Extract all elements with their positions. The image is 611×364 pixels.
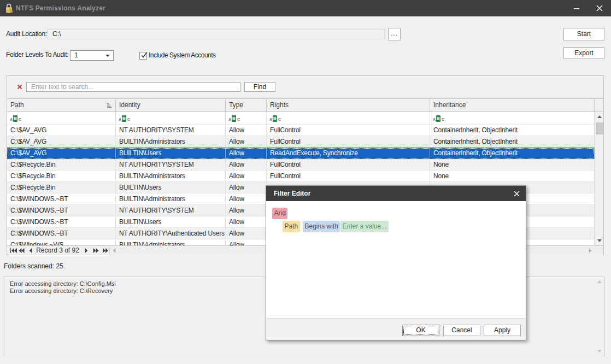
abc-filter-icon: ABC (10, 115, 22, 122)
browse-button[interactable]: ... (388, 28, 401, 40)
dialog-title-bar: Filter Editor (266, 186, 526, 201)
close-button[interactable] (590, 0, 609, 16)
grid-header-row: Path Identity Type Rights Inheritance (7, 98, 603, 112)
column-header-rights[interactable]: Rights (267, 99, 430, 111)
folder-levels-label: Folder Levels To Audit: (6, 51, 68, 59)
table-row[interactable]: C:\$Recycle.Bin BUILTIN\Administrators A… (7, 171, 595, 182)
scrollbar-thumb[interactable] (596, 122, 603, 134)
table-row[interactable]: C:\$AV_AVG BUILTIN\Administrators Allow … (7, 136, 595, 148)
log-scroll-up-icon[interactable] (597, 280, 602, 283)
filter-cell-inheritance[interactable]: ABC (430, 112, 595, 124)
filter-group-operator[interactable]: And (272, 208, 287, 219)
minimize-button[interactable] (567, 0, 586, 16)
log-scroll-down-icon[interactable] (597, 350, 602, 353)
column-header-type[interactable]: Type (226, 99, 267, 111)
folder-levels-value: 1 (74, 51, 78, 60)
start-button[interactable]: Start (563, 28, 604, 40)
find-panel: Enter text to search... Find (7, 76, 603, 98)
abc-filter-icon: ABC (269, 115, 281, 122)
filter-value[interactable]: Enter a value... (340, 221, 389, 232)
search-placeholder: Enter text to search... (31, 83, 93, 91)
apply-button[interactable]: Apply (484, 325, 521, 336)
table-row-selected[interactable]: C:\$AV_AVG BUILTIN\Users Allow ReadAndEx… (7, 148, 595, 159)
filter-cell-type[interactable]: ABC (226, 112, 267, 124)
filter-cell-path[interactable]: ABC (7, 112, 116, 124)
abc-filter-icon: ABC (228, 115, 240, 122)
find-button[interactable]: Find (244, 82, 275, 92)
column-header-spacer (595, 99, 603, 111)
dialog-close-button[interactable] (512, 190, 521, 197)
scroll-up-icon[interactable] (597, 115, 602, 118)
filter-editor-dialog: Filter Editor And Path Begins with Enter… (266, 185, 526, 340)
filter-field[interactable]: Path (283, 221, 300, 232)
table-row[interactable]: C:\$Recycle.Bin NT AUTHORITY\SYSTEM Allo… (7, 159, 595, 171)
previous-page-icon[interactable] (19, 248, 25, 253)
chevron-down-icon (105, 55, 110, 57)
log-line: Error accessing directory: C:\Config.Msi (10, 280, 116, 287)
record-position-label: Record 3 of 92 (34, 246, 81, 255)
minimize-icon (574, 5, 579, 11)
title-bar: NTFS Permissions Analyzer (0, 0, 611, 16)
check-icon (140, 51, 148, 59)
app-window: NTFS Permissions Analyzer Audit Location… (0, 0, 611, 364)
filter-cell-rights[interactable]: ABC (267, 112, 430, 124)
column-header-identity[interactable]: Identity (116, 99, 226, 111)
table-row[interactable]: C:\$AV_AVG NT AUTHORITY\SYSTEM Allow Ful… (7, 125, 595, 136)
grid-filter-row: ABC ABC ABC ABC ABC (7, 112, 595, 125)
export-button[interactable]: Export (563, 47, 604, 59)
filter-operator[interactable]: Begins with (303, 221, 340, 232)
dialog-title: Filter Editor (274, 186, 310, 201)
folder-levels-dropdown[interactable]: 1 (70, 50, 114, 61)
audit-location-label: Audit Location: (6, 30, 47, 38)
column-header-inheritance[interactable]: Inheritance (430, 99, 595, 111)
log-line: Error accessing directory: C:\Recovery (10, 287, 113, 295)
abc-filter-icon: ABC (119, 115, 131, 122)
scroll-right-icon[interactable] (589, 248, 592, 253)
scroll-down-icon[interactable] (597, 239, 602, 242)
close-icon (514, 191, 520, 197)
scroll-left-icon[interactable] (113, 248, 116, 253)
ok-button[interactable]: OK (402, 325, 439, 336)
cancel-button[interactable]: Cancel (443, 325, 480, 336)
column-header-path[interactable]: Path (7, 99, 116, 111)
lock-icon (5, 3, 13, 13)
audit-location-input[interactable]: C:\ (48, 29, 385, 39)
include-system-accounts-label: Include System Accounts (149, 51, 216, 60)
sort-ascending-icon (107, 103, 112, 108)
first-record-icon[interactable] (10, 248, 17, 253)
window-title: NTFS Permissions Analyzer (16, 0, 105, 16)
filter-cell-identity[interactable]: ABC (116, 112, 226, 124)
audit-location-value: C:\ (52, 30, 61, 38)
dialog-body: And Path Begins with Enter a value... (266, 201, 526, 318)
vertical-scrollbar[interactable] (595, 112, 603, 245)
next-record-icon[interactable] (85, 248, 88, 253)
dialog-footer: OK Cancel Apply (266, 318, 526, 340)
close-icon (596, 5, 603, 11)
search-input[interactable]: Enter text to search... (26, 82, 240, 92)
next-page-icon[interactable] (93, 248, 99, 253)
folders-scanned-label: Folders scanned: 25 (4, 262, 63, 271)
include-system-accounts-checkbox[interactable] (139, 52, 147, 60)
abc-filter-icon: ABC (433, 115, 445, 122)
previous-record-icon[interactable] (29, 248, 32, 253)
clear-search-icon[interactable] (16, 83, 24, 91)
